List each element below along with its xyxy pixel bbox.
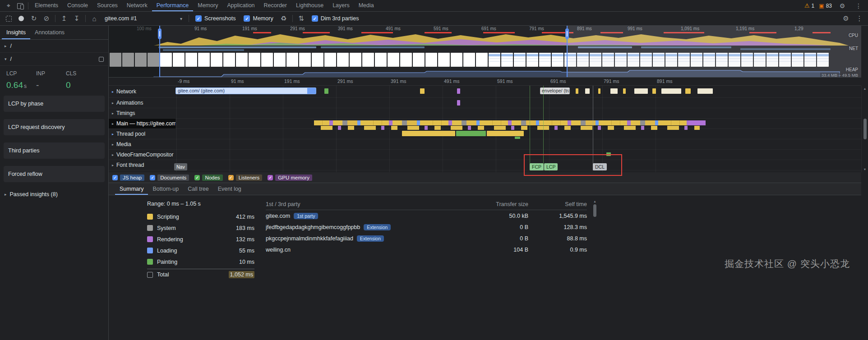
screenshot-frame[interactable] (438, 53, 450, 67)
screenshot-frame[interactable] (173, 53, 185, 67)
network-request-bar[interactable] (585, 88, 590, 94)
screenshot-frame[interactable] (400, 53, 412, 67)
thread-pool-bar[interactable] (487, 131, 524, 136)
screenshot-frame[interactable] (135, 53, 147, 67)
save-profile-icon[interactable]: ↧ (71, 13, 83, 24)
screenshot-frame[interactable] (779, 53, 791, 67)
screenshot-frame[interactable] (716, 53, 728, 67)
scroll-up-icon[interactable]: ▲ (863, 87, 867, 90)
insight-card-lcp-request-discovery[interactable]: LCP request discovery (4, 119, 105, 135)
counter-documents[interactable]: ✓ Documents (150, 175, 189, 181)
tab-console[interactable]: Console (63, 0, 92, 11)
counter-listeners[interactable]: ✓ Listeners (228, 175, 263, 181)
network-request-bar[interactable] (598, 88, 600, 94)
table-row[interactable]: pkgccpejnmalmdinmhkkfafefagiiiadExtensio… (266, 233, 587, 244)
screenshot-frame[interactable] (312, 53, 323, 67)
tab-memory[interactable]: Memory (193, 0, 222, 11)
track-font-thread[interactable]: ▸Font thread (109, 160, 861, 170)
screenshot-frame[interactable] (476, 53, 488, 67)
screenshot-frame[interactable] (691, 53, 702, 67)
tracks-canvas[interactable]: ▸Network ▸Animations ▸Timings ▸Main — ht… (109, 86, 861, 172)
tab-recorder[interactable]: Recorder (259, 0, 291, 11)
lcp-marker-chip[interactable]: LCP (544, 163, 558, 170)
screenshot-frame[interactable] (337, 53, 349, 67)
tab-application[interactable]: Application (222, 0, 259, 11)
screenshots-checkbox[interactable]: ✓ Screenshots (195, 15, 235, 22)
screenshot-frame[interactable] (678, 53, 690, 67)
tab-insights[interactable]: Insights (2, 26, 30, 39)
inspect-element-icon[interactable]: ⌖ (3, 0, 14, 11)
tab-bottom-up[interactable]: Bottom-up (148, 183, 183, 195)
network-request-bar[interactable] (661, 88, 681, 94)
screenshot-frame[interactable] (665, 53, 677, 67)
tab-performance[interactable]: Performance (152, 0, 194, 11)
cpu-activity-chart[interactable] (109, 32, 861, 46)
network-request-bar[interactable] (324, 88, 328, 94)
network-request-bar[interactable] (623, 88, 626, 94)
metric-lcp[interactable]: LCP 0.64s (6, 70, 34, 90)
warnings-counter[interactable]: ⚠ 1 (804, 2, 814, 9)
screenshot-frame[interactable] (463, 53, 475, 67)
thread-pool-bar[interactable] (456, 131, 486, 136)
insight-set-expanded[interactable]: ▾ / (0, 53, 108, 66)
screenshot-frame[interactable] (375, 53, 387, 67)
load-profile-icon[interactable]: ↥ (58, 13, 70, 24)
insight-set-collapsed[interactable]: ▸ / (0, 40, 108, 53)
screenshot-frame[interactable] (122, 53, 134, 67)
tab-elements[interactable]: Elements (30, 0, 63, 11)
main-thread-flame-chart[interactable] (321, 126, 700, 130)
screenshot-frame[interactable] (324, 53, 336, 67)
tab-media[interactable]: Media (354, 0, 379, 11)
chevron-right-icon[interactable]: ▸ (112, 111, 114, 115)
screenshot-frame[interactable] (388, 53, 399, 67)
screenshot-frame[interactable] (299, 53, 311, 67)
screenshot-frame[interactable] (653, 53, 665, 67)
dim-3rd-parties-checkbox[interactable]: ✓ Dim 3rd parties (312, 15, 359, 22)
table-header[interactable]: 1st / 3rd party Transfer size Self time (266, 199, 587, 210)
table-row[interactable]: gitee.com1st party 50.0 kB 1,545.9 ms (266, 210, 587, 221)
counter-nodes[interactable]: ✓ Nodes (194, 175, 222, 181)
screenshot-frame[interactable] (274, 53, 286, 67)
scroll-up-icon[interactable]: ▲ (593, 200, 596, 203)
screenshot-frame[interactable] (792, 53, 803, 67)
screenshot-frame[interactable] (223, 53, 235, 67)
screenshot-frame[interactable] (148, 53, 159, 67)
screenshot-frame[interactable] (703, 53, 715, 67)
reload-and-record-icon[interactable]: ↻ (28, 13, 40, 24)
settings-gear-icon[interactable]: ⚙ (836, 0, 848, 11)
chevron-right-icon[interactable]: ▸ (112, 142, 114, 147)
network-request-bar[interactable] (652, 88, 656, 94)
live-metrics-home-icon[interactable]: ⌂ (88, 13, 100, 24)
track-timings[interactable]: ▸Timings (109, 108, 861, 119)
screenshot-frame[interactable] (766, 53, 778, 67)
insight-card-forced-reflow[interactable]: Forced reflow (4, 166, 105, 182)
network-request-bar[interactable]: gitee.com/ (gitee.com) (175, 87, 316, 94)
scroll-down-icon[interactable]: ▼ (863, 168, 867, 171)
network-request-bar[interactable] (576, 88, 578, 94)
panel-settings-gear-icon[interactable]: ⚙ (840, 13, 852, 24)
memory-checkbox[interactable]: ✓ Memory (244, 15, 273, 22)
tab-call-tree[interactable]: Call tree (183, 183, 213, 195)
counter-js-heap[interactable]: ✓ JS heap (112, 175, 144, 181)
chevron-right-icon[interactable]: ▸ (112, 153, 114, 157)
network-request-bar[interactable] (697, 88, 713, 94)
tracks-scrollbar[interactable]: ▲ ▼ (861, 86, 868, 172)
counter-gpu-memory[interactable]: ✓ GPU memory (268, 175, 312, 181)
network-activity-band[interactable] (109, 46, 861, 52)
heap-memory-chart[interactable] (109, 68, 861, 78)
screenshot-frame[interactable] (451, 53, 462, 67)
screenshot-frame[interactable] (185, 53, 197, 67)
chevron-right-icon[interactable]: ▸ (112, 90, 114, 94)
scrollbar-thumb[interactable] (863, 119, 867, 139)
table-row[interactable]: jfedfbgedapdagkghmgibemcoggfppbbExtensio… (266, 221, 587, 233)
issues-counter[interactable]: ▣ 83 (819, 3, 832, 9)
compositor-bar[interactable] (606, 152, 611, 156)
collect-garbage-icon[interactable]: ♻ (278, 13, 290, 24)
window-left-handle[interactable] (159, 26, 160, 78)
passed-insights-toggle[interactable]: ▸ Passed insights (8) (0, 189, 108, 199)
network-request-bar[interactable] (610, 88, 618, 94)
tab-layers[interactable]: Layers (328, 0, 354, 11)
screenshot-frame[interactable] (754, 53, 766, 67)
device-toolbar-icon[interactable] (14, 0, 26, 11)
chevron-right-icon[interactable]: ▸ (112, 132, 114, 136)
